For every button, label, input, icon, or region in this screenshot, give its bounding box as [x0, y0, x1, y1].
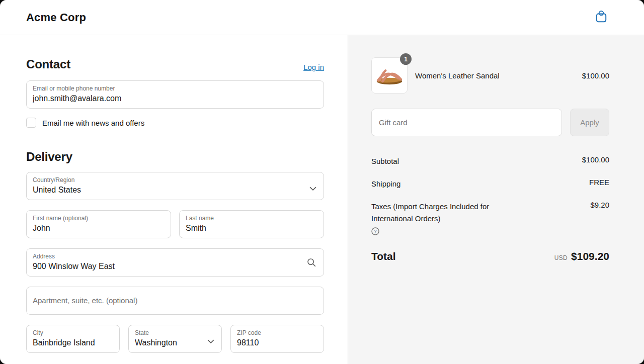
chevron-down-icon — [207, 337, 214, 346]
first-name-field[interactable]: First name (optional) — [26, 210, 171, 238]
country-field-label: Country/Region — [33, 176, 317, 185]
state-select[interactable] — [135, 337, 215, 348]
header: Acme Corp — [0, 0, 644, 35]
product-thumbnail: 1 — [371, 57, 408, 94]
quantity-badge: 1 — [400, 53, 412, 65]
last-name-field-label: Last name — [186, 215, 317, 223]
shopping-bag-icon — [595, 10, 608, 25]
apartment-input[interactable] — [33, 296, 317, 306]
zip-field[interactable]: ZIP code — [230, 325, 324, 353]
name-fields-row: First name (optional) Last name — [26, 210, 324, 238]
shipping-value: FREE — [589, 178, 609, 187]
product-name: Women's Leather Sandal — [415, 71, 582, 80]
product-price: $100.00 — [582, 71, 609, 80]
contact-title: Contact — [26, 57, 70, 71]
total-row: Total USD $109.20 — [371, 250, 609, 262]
chevron-down-icon — [309, 184, 316, 193]
checkout-page: Acme Corp Contact Log in Email or mobile… — [0, 0, 644, 364]
apartment-field[interactable] — [26, 287, 324, 315]
address-field-label: Address — [33, 253, 317, 261]
city-state-zip-row: City State ZIP code — [26, 325, 324, 353]
zip-field-label: ZIP code — [237, 329, 317, 337]
address-input[interactable] — [33, 261, 317, 272]
shipping-row: Shipping FREE — [371, 178, 609, 191]
email-field[interactable]: Email or mobile phone number — [26, 80, 324, 109]
delivery-section-header: Delivery — [26, 150, 324, 164]
address-field[interactable]: Address — [26, 248, 324, 277]
last-name-input[interactable] — [186, 223, 317, 234]
cart-button[interactable] — [595, 10, 608, 25]
login-link[interactable]: Log in — [303, 63, 324, 71]
taxes-label: Taxes (Import Charges Included for Inter… — [371, 201, 517, 226]
shipping-label: Shipping — [371, 178, 400, 191]
total-value: $109.20 — [571, 250, 609, 262]
help-icon[interactable]: ? — [371, 227, 379, 237]
newsletter-checkbox[interactable] — [26, 118, 36, 128]
city-field[interactable]: City — [26, 325, 120, 353]
cart-line-item: 1 Women's Leather Sandal $100.00 — [371, 57, 609, 94]
email-input[interactable] — [33, 93, 317, 104]
checkout-form-pane: Contact Log in Email or mobile phone num… — [0, 35, 348, 364]
city-input[interactable] — [33, 337, 113, 348]
totals-summary: Subtotal $100.00 Shipping FREE Taxes (Im… — [371, 155, 609, 262]
subtotal-row: Subtotal $100.00 — [371, 155, 609, 168]
contact-section-header: Contact Log in — [26, 57, 324, 71]
store-name: Acme Corp — [26, 11, 86, 24]
svg-text:?: ? — [374, 228, 376, 234]
state-field-label: State — [135, 329, 215, 337]
newsletter-checkbox-label: Email me with news and offers — [42, 119, 144, 127]
apply-button[interactable]: Apply — [570, 109, 609, 136]
gift-card-input[interactable] — [371, 109, 562, 136]
search-icon — [306, 257, 316, 269]
main-content: Contact Log in Email or mobile phone num… — [0, 35, 644, 364]
subtotal-value: $100.00 — [582, 155, 609, 164]
taxes-row: Taxes (Import Charges Included for Inter… — [371, 201, 609, 226]
taxes-value: $9.20 — [590, 201, 609, 209]
city-field-label: City — [33, 329, 113, 337]
order-summary-pane: 1 Women's Leather Sandal $100.00 Apply S… — [348, 35, 644, 364]
country-select[interactable] — [33, 185, 317, 196]
state-select-field[interactable]: State — [128, 325, 222, 353]
subtotal-label: Subtotal — [371, 155, 399, 168]
gift-card-row: Apply — [371, 109, 609, 136]
email-field-label: Email or mobile phone number — [33, 85, 317, 93]
total-currency: USD — [554, 254, 568, 261]
last-name-field[interactable]: Last name — [179, 210, 324, 238]
zip-input[interactable] — [237, 337, 317, 348]
first-name-field-label: First name (optional) — [33, 215, 165, 223]
newsletter-checkbox-row[interactable]: Email me with news and offers — [26, 118, 324, 128]
country-select-field[interactable]: Country/Region — [26, 172, 324, 200]
delivery-title: Delivery — [26, 150, 72, 164]
total-label: Total — [371, 250, 396, 262]
first-name-input[interactable] — [33, 223, 165, 234]
